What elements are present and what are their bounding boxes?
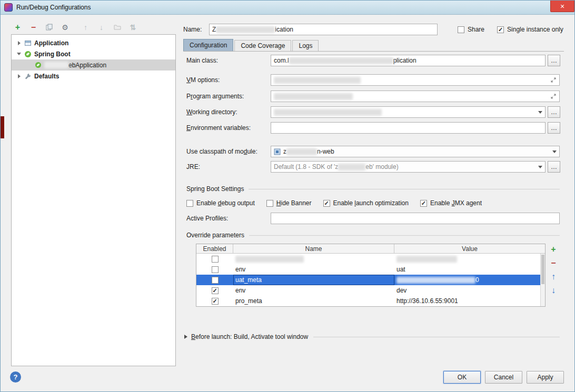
cancel-button[interactable]: Cancel (485, 371, 522, 384)
edit-defaults-button[interactable]: ⚙ (61, 23, 70, 32)
separator-line (249, 189, 560, 189)
expand-chevron-icon[interactable] (16, 74, 22, 78)
intellij-app-icon (4, 3, 13, 12)
hide-banner-checkbox[interactable]: Hide Banner (266, 199, 312, 207)
checkbox-box[interactable] (458, 26, 464, 33)
tree-item-label: Spring Boot (34, 51, 71, 58)
expand-field-icon[interactable] (550, 77, 557, 83)
program-arguments-input[interactable] (271, 91, 560, 102)
classpath-combobox[interactable]: z n-web (271, 146, 560, 157)
classpath-label: Use classpath of module: (183, 148, 271, 155)
table-scrollbar[interactable] (540, 254, 545, 306)
jre-combobox[interactable]: Default (1.8 - SDK of 'z eb' module) (271, 161, 546, 173)
checkbox-box[interactable]: ✓ (212, 298, 219, 305)
tree-item-spring-boot[interactable]: Spring Boot (12, 48, 175, 59)
active-profiles-label: Active Profiles: (183, 215, 271, 222)
checkbox-box[interactable] (212, 266, 219, 273)
dropdown-arrow-icon[interactable] (552, 150, 557, 153)
jre-browse-button[interactable]: … (548, 161, 560, 173)
table-row[interactable] (196, 254, 545, 264)
column-header-name[interactable]: Name (233, 244, 394, 253)
checkbox-box[interactable]: ✓ (323, 200, 330, 207)
jre-row: JRE: Default (1.8 - SDK of 'z eb' module… (183, 160, 564, 173)
move-down-button[interactable]: ↓ (97, 23, 106, 32)
table-row[interactable]: ✓ env dev (196, 285, 545, 296)
classpath-row: Use classpath of module: z n-web (183, 145, 564, 158)
tree-item-label: Defaults (34, 73, 59, 80)
apply-button[interactable]: Apply (527, 371, 564, 384)
working-directory-combobox[interactable] (271, 106, 546, 118)
tab-code-coverage[interactable]: Code Coverage (234, 40, 291, 51)
spring-boot-settings-title: Spring Boot Settings (183, 185, 244, 193)
table-row[interactable]: ✓ pro_meta http://36.10.6.55:9001 (196, 296, 545, 306)
ok-button[interactable]: OK (443, 371, 481, 384)
remove-configuration-button[interactable]: − (29, 23, 38, 32)
active-profiles-input[interactable] (271, 213, 560, 224)
scrollbar-thumb[interactable] (541, 255, 544, 284)
create-folder-button[interactable] (113, 23, 122, 32)
arrow-up-icon: ↑ (551, 273, 556, 281)
tree-item-defaults[interactable]: Defaults (12, 71, 175, 82)
active-profiles-row: Active Profiles: (183, 212, 564, 225)
enable-debug-output-checkbox[interactable]: Enable debug output (186, 199, 255, 207)
table-row[interactable]: env uat (196, 264, 545, 275)
checkbox-box[interactable] (266, 200, 273, 207)
tree-item-application[interactable]: Application (12, 37, 175, 48)
move-parameter-down-button[interactable]: ↓ (549, 286, 558, 295)
name-input[interactable]: Z ication (209, 24, 438, 35)
enable-launch-optimization-checkbox[interactable]: ✓ Enable launch optimization (323, 199, 409, 207)
expand-chevron-icon[interactable] (16, 41, 22, 45)
checkbox-box[interactable] (186, 200, 193, 207)
checkbox-box[interactable]: ✓ (497, 26, 504, 33)
before-launch-section[interactable]: Before launch: Build, Activate tool wind… (183, 332, 560, 341)
main-class-browse-button[interactable]: … (548, 55, 560, 66)
share-checkbox[interactable]: Share (458, 26, 484, 33)
wrench-icon: ⚙ (62, 24, 68, 31)
add-configuration-button[interactable]: + (13, 23, 22, 32)
environment-variables-label: Environment variables: (183, 124, 271, 132)
working-directory-browse-button[interactable]: … (548, 106, 560, 118)
main-class-input[interactable]: com.l plication (271, 55, 546, 66)
tab-logs[interactable]: Logs (292, 40, 319, 51)
run-debug-configurations-dialog: Run/Debug Configurations × + − ⚙ ↑ ↓ ⇅ A… (0, 0, 575, 392)
column-header-enabled[interactable]: Enabled (196, 244, 233, 253)
dropdown-arrow-icon[interactable] (538, 166, 542, 168)
close-button[interactable]: × (550, 1, 574, 12)
environment-variables-browse-button[interactable]: … (548, 122, 560, 134)
copy-configuration-button[interactable] (45, 23, 54, 32)
expand-triangle-icon[interactable] (184, 335, 187, 339)
checkbox-box[interactable]: ✓ (420, 200, 427, 207)
redacted-text (396, 277, 475, 284)
remove-parameter-button[interactable]: − (549, 258, 558, 268)
window-title: Run/Debug Configurations (16, 4, 91, 11)
program-arguments-label: Program arguments: (183, 93, 271, 100)
expand-field-icon[interactable] (550, 93, 557, 99)
move-up-button[interactable]: ↑ (81, 23, 90, 32)
single-instance-checkbox[interactable]: ✓ Single instance only (497, 26, 563, 33)
vm-options-input[interactable] (271, 74, 560, 86)
checkbox-box[interactable] (212, 256, 219, 263)
dropdown-arrow-icon[interactable] (538, 111, 542, 114)
column-header-value[interactable]: Value (394, 244, 545, 253)
redacted-text (216, 26, 275, 33)
table-row-selected[interactable]: uat_meta 0 (196, 275, 545, 285)
sort-configurations-button[interactable]: ⇅ (128, 23, 137, 32)
screen-edge-artifact (1, 116, 4, 138)
tree-item-web-application-selected[interactable]: ebApplication (12, 59, 175, 71)
checkbox-box[interactable] (212, 277, 219, 284)
enable-jmx-agent-checkbox[interactable]: ✓ Enable JMX agent (420, 199, 482, 207)
checkbox-box[interactable]: ✓ (212, 287, 219, 294)
redacted-text (396, 256, 457, 263)
help-icon: ? (14, 373, 18, 381)
spring-boot-icon (24, 51, 32, 58)
vm-options-row: VM options: (183, 74, 564, 86)
environment-variables-input[interactable] (271, 122, 546, 134)
tab-configuration[interactable]: Configuration (183, 39, 233, 51)
move-parameter-up-button[interactable]: ↑ (549, 272, 558, 282)
override-parameters-separator: Override parameters (183, 231, 564, 239)
help-button[interactable]: ? (10, 371, 21, 383)
table-header: Enabled Name Value (196, 244, 545, 254)
arrow-down-icon: ↓ (100, 24, 103, 31)
add-parameter-button[interactable]: + (549, 245, 558, 254)
collapse-chevron-icon[interactable] (16, 53, 22, 55)
